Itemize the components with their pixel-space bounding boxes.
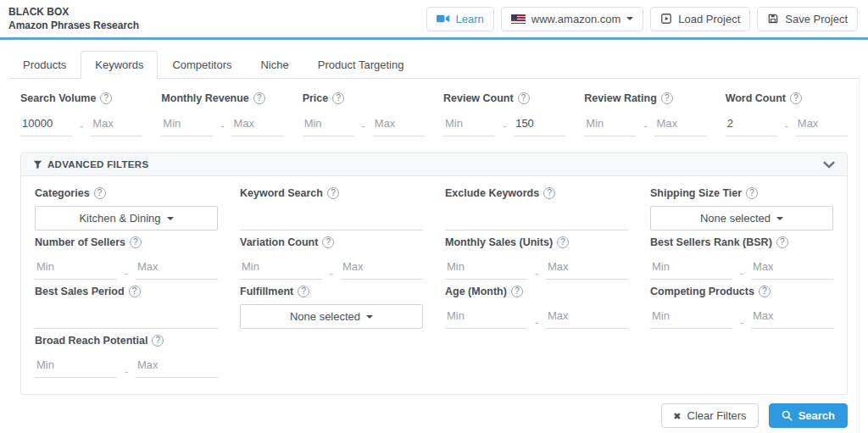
help-icon[interactable] — [152, 335, 164, 347]
marketplace-value: www.amazon.com — [531, 13, 620, 25]
field-label: Competing Products — [650, 286, 754, 297]
bsr-min-input[interactable] — [650, 258, 732, 280]
categories-select[interactable]: Kitchen & Dining — [35, 206, 218, 230]
marketplace-dropdown[interactable]: www.amazon.com — [501, 7, 643, 31]
fulfillment-select[interactable]: None selected — [240, 304, 423, 329]
field-label: Exclude Keywords — [445, 187, 539, 199]
search-label: Search — [798, 409, 835, 422]
filter-label: Review Count — [443, 92, 514, 104]
field-number-of-sellers: Number of Sellers - — [35, 236, 218, 280]
tab-products[interactable]: Products — [8, 51, 81, 79]
field-label: Fulfillment — [240, 286, 293, 297]
tab-competitors[interactable]: Competitors — [158, 51, 246, 79]
search-button[interactable]: Search — [769, 403, 848, 428]
search-volume-max-input[interactable] — [91, 115, 142, 136]
range-dash: - — [535, 268, 538, 280]
number-of-sellers-max-input[interactable] — [136, 258, 218, 280]
variation-count-min-input[interactable] — [240, 258, 322, 280]
learn-button[interactable]: Learn — [426, 7, 494, 31]
search-volume-min-input[interactable] — [20, 115, 72, 136]
keyword-search-input[interactable] — [240, 209, 423, 230]
age-month-max-input[interactable] — [546, 308, 628, 329]
review-rating-max-input[interactable] — [654, 115, 706, 136]
variation-count-max-input[interactable] — [341, 258, 423, 280]
help-icon[interactable] — [511, 286, 523, 297]
broad-reach-potential-max-input[interactable] — [136, 357, 218, 378]
help-icon[interactable] — [557, 236, 569, 248]
field-age-month: Age (Month) - — [445, 286, 628, 329]
field-label: Monthly Sales (Units) — [445, 236, 553, 248]
monthly-sales-max-input[interactable] — [546, 258, 628, 280]
help-icon[interactable] — [129, 286, 141, 297]
help-icon[interactable] — [759, 286, 771, 297]
help-icon[interactable] — [100, 92, 112, 104]
help-icon[interactable] — [518, 92, 530, 104]
broad-reach-potential-min-input[interactable] — [35, 357, 117, 378]
review-count-min-input[interactable] — [443, 115, 495, 136]
competing-products-max-input[interactable] — [751, 308, 833, 329]
monthly-revenue-max-input[interactable] — [231, 115, 283, 136]
word-count-min-input[interactable] — [726, 115, 777, 136]
collapse-chevron-icon[interactable] — [823, 161, 835, 169]
exclude-keywords-input[interactable] — [445, 209, 628, 230]
advanced-filters-header[interactable]: ADVANCED FILTERS — [21, 153, 847, 176]
range-dash: - — [125, 366, 128, 378]
filter-funnel-icon — [33, 160, 42, 169]
shipping-size-tier-value: None selected — [700, 212, 771, 225]
field-fulfillment: Fulfillment None selected — [240, 286, 423, 329]
load-project-button[interactable]: Load Project — [650, 7, 750, 31]
filter-label: Word Count — [726, 92, 786, 104]
field-label: Best Sellers Rank (BSR) — [650, 236, 772, 248]
title-block: BLACK BOX Amazon Phrases Research — [8, 5, 139, 32]
monthly-sales-min-input[interactable] — [445, 258, 527, 280]
save-project-button[interactable]: Save Project — [757, 7, 858, 31]
price-min-input[interactable] — [303, 115, 354, 136]
help-icon[interactable] — [776, 236, 788, 248]
learn-label: Learn — [456, 13, 484, 25]
competing-products-min-input[interactable] — [650, 308, 732, 329]
advanced-filters-card: ADVANCED FILTERS Categories Kitchen & Di… — [20, 153, 848, 395]
tab-niche[interactable]: Niche — [246, 51, 303, 79]
help-icon[interactable] — [790, 92, 802, 104]
word-count-max-input[interactable] — [796, 115, 848, 136]
field-bsr: Best Sellers Rank (BSR) - — [650, 236, 833, 280]
advanced-filters-title: ADVANCED FILTERS — [47, 159, 148, 169]
review-rating-min-input[interactable] — [584, 115, 636, 136]
help-icon[interactable] — [322, 236, 334, 248]
help-icon[interactable] — [94, 187, 106, 199]
best-sales-period-input[interactable] — [35, 308, 218, 329]
field-monthly-sales: Monthly Sales (Units) - — [445, 236, 628, 280]
fulfillment-value: None selected — [290, 310, 360, 323]
review-count-max-input[interactable] — [514, 115, 565, 136]
help-icon[interactable] — [332, 92, 344, 104]
shipping-size-tier-select[interactable]: None selected — [650, 206, 833, 230]
chevron-down-icon — [626, 17, 633, 20]
age-month-min-input[interactable] — [445, 308, 527, 329]
range-dash: - — [535, 317, 538, 329]
bsr-max-input[interactable] — [751, 258, 833, 280]
filter-label: Price — [303, 92, 329, 104]
tab-product-targeting[interactable]: Product Targeting — [303, 51, 419, 79]
header-divider — [0, 37, 868, 40]
tab-bar: Products Keywords Competitors Niche Prod… — [8, 51, 860, 79]
clear-filters-button[interactable]: Clear Filters — [661, 403, 758, 428]
filter-monthly-revenue: Monthly Revenue - — [161, 92, 283, 136]
monthly-revenue-min-input[interactable] — [161, 115, 213, 136]
field-label: Broad Reach Potential — [35, 335, 147, 347]
field-label: Categories — [35, 187, 90, 199]
help-icon[interactable] — [253, 92, 265, 104]
number-of-sellers-min-input[interactable] — [35, 258, 117, 280]
tab-keywords[interactable]: Keywords — [81, 51, 158, 79]
help-icon[interactable] — [543, 187, 555, 199]
field-categories: Categories Kitchen & Dining — [35, 187, 218, 230]
range-dash: - — [362, 120, 365, 132]
price-max-input[interactable] — [373, 115, 425, 136]
help-icon[interactable] — [298, 286, 309, 297]
range-dash: - — [643, 120, 647, 132]
range-dash: - — [80, 120, 83, 132]
help-icon[interactable] — [130, 236, 142, 248]
help-icon[interactable] — [327, 187, 339, 199]
help-icon[interactable] — [661, 92, 673, 104]
help-icon[interactable] — [746, 187, 758, 199]
filter-label: Review Rating — [584, 92, 656, 104]
